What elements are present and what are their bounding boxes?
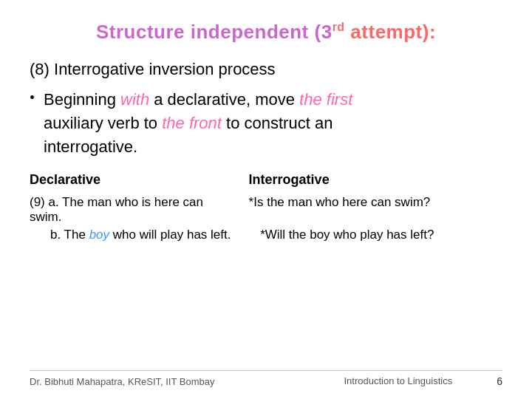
title-suffix: attempt): (345, 21, 436, 43)
slide-footer: Dr. Bibhuti Mahapatra, KReSIT, IIT Bomba… (30, 370, 502, 387)
highlight-the-1: the (299, 90, 322, 109)
footer-author: Dr. Bibhuti Mahapatra, KReSIT, IIT Bomba… (30, 376, 215, 387)
col-interrogative-header: Interrogative (249, 172, 502, 188)
row-9a-label: (9) a. (30, 195, 59, 209)
table-row-9b: b. The boy who will play has left. *Will… (30, 228, 502, 242)
slide-title: Structure independent (3rd attempt): (30, 21, 502, 44)
row-9b-interrogative: *Will the boy who play has left? (260, 228, 502, 242)
footer-course: Introduction to Linguistics (344, 375, 453, 387)
col-declarative-header: Declarative (30, 172, 249, 188)
highlight-first: first (327, 90, 352, 109)
row-9a-interrogative-text: *Is the man who here can swim? (249, 195, 431, 209)
table-row-9a: (9) a. The man who is here can swim. *Is… (30, 195, 502, 225)
row-9a-declarative: (9) a. The man who is here can swim. (30, 195, 249, 225)
table-header-row: Declarative Interrogative (30, 172, 502, 192)
title-main: Structure independent (3 (96, 21, 332, 43)
section-heading: (8) Interrogative inversion process (30, 60, 502, 79)
bullet-text: Beginning with a declarative, move the f… (44, 88, 352, 159)
section-number: (8) (30, 60, 50, 78)
highlight-with: with (120, 90, 149, 109)
examples-section: Declarative Interrogative (9) a. The man… (30, 172, 502, 242)
highlight-front: front (189, 114, 222, 132)
row-9b-declarative: b. The boy who will play has left. (50, 228, 260, 242)
row-9b-label: b. (50, 228, 61, 242)
bullet-item: • Beginning with a declarative, move the… (30, 88, 502, 159)
title-superscript: rd (332, 21, 345, 33)
page-number: 6 (497, 375, 502, 387)
section-label: Interrogative inversion process (54, 60, 276, 78)
bullet-dot-icon: • (30, 89, 35, 106)
highlight-the-2: the (162, 114, 185, 132)
row-9b-interrogative-text: *Will the boy who play has left? (260, 228, 434, 242)
footer-right: Introduction to Linguistics 6 (344, 375, 503, 387)
slide-container: Structure independent (3rd attempt): (8)… (0, 0, 532, 399)
row-9b-declarative-text: The boy who will play has left. (64, 228, 231, 242)
row-9a-interrogative: *Is the man who here can swim? (249, 195, 502, 225)
highlight-the-boy: boy (89, 228, 109, 242)
